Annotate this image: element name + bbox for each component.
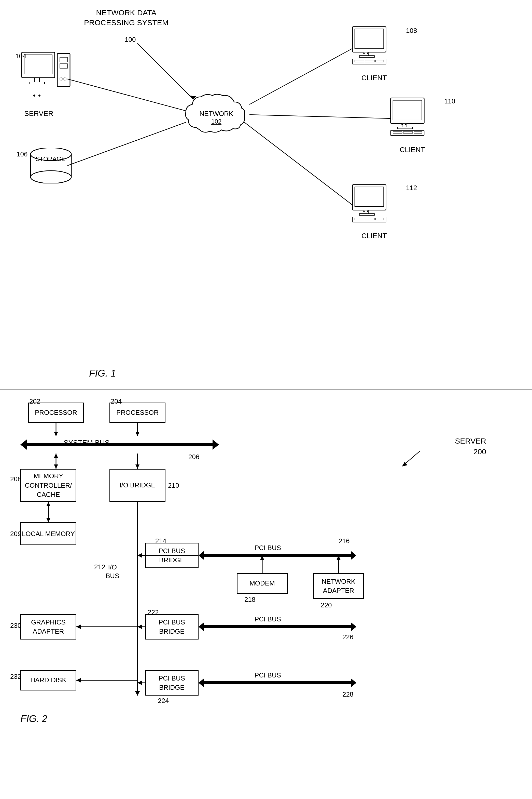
svg-line-88	[402, 451, 420, 466]
svg-text:NETWORK: NETWORK	[200, 110, 234, 117]
processor1-box: PROCESSOR	[28, 403, 84, 423]
memctrl-box: MEMORY CONTROLLER/ CACHE	[20, 469, 76, 502]
pcibus2-label: PCI BUS	[254, 615, 281, 623]
client1-label: CLIENT	[361, 74, 387, 82]
svg-marker-79	[137, 680, 142, 685]
svg-marker-66	[54, 454, 58, 458]
fig1-connections	[0, 0, 532, 389]
svg-line-53	[249, 49, 353, 105]
svg-rect-24	[355, 60, 364, 62]
network-cloud: NETWORK 102	[183, 92, 249, 138]
svg-line-49	[137, 43, 193, 99]
client3-device	[351, 183, 402, 227]
svg-point-7	[60, 78, 62, 80]
modem-ref: 218	[244, 596, 255, 604]
fig1-title-ref: 100	[125, 36, 136, 43]
svg-marker-89	[402, 462, 407, 466]
client2-device	[390, 97, 440, 140]
storage-label: STORAGE	[36, 156, 65, 163]
svg-point-47	[363, 211, 364, 212]
fig2-connections	[0, 390, 532, 799]
server-device	[20, 51, 71, 112]
svg-point-9	[33, 94, 35, 96]
client3-ref: 112	[406, 184, 417, 192]
client3-label: CLIENT	[361, 232, 387, 240]
svg-rect-1	[24, 55, 52, 74]
svg-rect-26	[376, 60, 384, 62]
client1-ref: 108	[406, 27, 417, 35]
modem-box: MODEM	[237, 573, 288, 594]
svg-rect-6	[60, 64, 68, 68]
svg-marker-85	[260, 556, 264, 560]
svg-marker-87	[337, 556, 341, 560]
iobus-label: I/O BUS	[106, 563, 119, 580]
svg-rect-32	[398, 127, 413, 129]
svg-marker-63	[135, 432, 139, 436]
localmem-ref: 209	[10, 530, 21, 538]
svg-rect-5	[60, 57, 68, 62]
svg-rect-35	[403, 131, 413, 133]
client1-device	[351, 25, 402, 69]
svg-marker-75	[137, 553, 142, 558]
svg-point-37	[401, 124, 403, 125]
processor2-box: PROCESSOR	[110, 403, 166, 423]
svg-marker-77	[137, 624, 142, 629]
svg-rect-25	[365, 60, 375, 62]
pcibus3-ref: 228	[342, 690, 353, 698]
pcibus3-bridge-box: PCI BUS BRIDGE	[145, 670, 198, 695]
svg-point-15	[31, 171, 71, 183]
svg-text:102: 102	[211, 118, 222, 125]
svg-marker-57	[198, 551, 356, 560]
iobridge-box: I/O BRIDGE	[110, 469, 166, 502]
svg-marker-71	[46, 502, 51, 506]
svg-marker-56	[20, 439, 219, 450]
storage-device	[28, 148, 74, 183]
pcibus2-bridge-ref: 222	[148, 609, 158, 616]
server200-label: SERVER 200	[455, 436, 486, 457]
svg-marker-81	[76, 624, 81, 629]
svg-marker-59	[198, 678, 356, 687]
storage-ref: 106	[17, 150, 27, 158]
svg-marker-73	[135, 691, 140, 695]
netadapter-box: NETWORK ADAPTER	[313, 573, 364, 599]
svg-point-27	[363, 53, 364, 54]
sysbus-label: SYSTEM BUS	[64, 439, 110, 447]
svg-point-28	[367, 53, 368, 54]
proc1-ref: 202	[29, 397, 40, 405]
svg-rect-44	[355, 218, 364, 220]
svg-marker-68	[135, 465, 139, 469]
svg-marker-83	[76, 678, 81, 683]
svg-point-10	[38, 94, 40, 96]
svg-rect-20	[355, 29, 384, 49]
svg-marker-58	[198, 622, 356, 631]
graphics-box: GRAPHICS ADAPTER	[20, 614, 76, 639]
server-label: SERVER	[24, 110, 54, 118]
svg-marker-65	[54, 465, 58, 469]
svg-rect-45	[365, 218, 375, 220]
svg-line-55	[244, 122, 353, 205]
svg-rect-3	[29, 82, 44, 84]
client2-label: CLIENT	[400, 146, 425, 154]
harddisk-ref: 232	[10, 673, 21, 680]
system-bus-arrow	[20, 436, 219, 454]
harddisk-box: HARD DISK	[20, 670, 76, 690]
svg-line-54	[249, 115, 391, 119]
pcibus3-bridge-ref: 224	[158, 697, 169, 705]
pcibus1-label: PCI BUS	[254, 544, 281, 552]
svg-point-8	[64, 78, 66, 80]
pcibus3-label: PCI BUS	[254, 671, 281, 679]
svg-rect-46	[376, 218, 384, 220]
svg-rect-22	[359, 56, 375, 57]
server-ref: 104	[15, 52, 26, 60]
fig2-label: FIG. 2	[20, 713, 48, 724]
fig1-title: NETWORK DATA PROCESSING SYSTEM	[84, 8, 169, 28]
svg-point-38	[405, 124, 406, 125]
svg-marker-70	[46, 518, 51, 522]
pcibus2-bridge-box: PCI BUS BRIDGE	[145, 614, 198, 639]
sysbus-ref: 206	[188, 453, 199, 461]
svg-rect-42	[359, 214, 375, 215]
svg-line-51	[68, 79, 186, 111]
fig1-label: FIG. 1	[89, 368, 116, 379]
memctrl-ref: 208	[10, 475, 21, 483]
iobus-ref: 212	[94, 563, 105, 571]
